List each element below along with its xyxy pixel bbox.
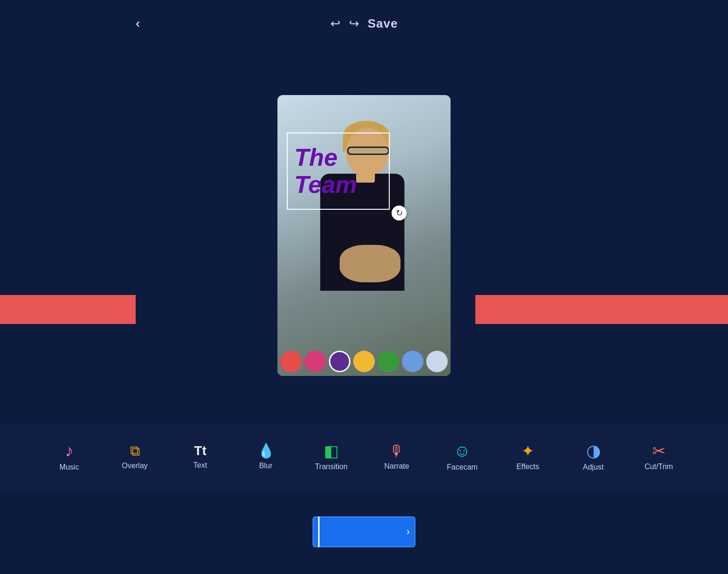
color-swatch-red[interactable] xyxy=(280,351,302,372)
tool-text[interactable]: Tt Text xyxy=(167,440,233,474)
tool-adjust[interactable]: ◑ Adjust xyxy=(561,438,626,476)
timeline-clip[interactable]: › xyxy=(313,516,415,547)
preview-card: The Team ↻ xyxy=(277,95,451,376)
color-swatch-pink[interactable] xyxy=(305,351,326,372)
red-bar-left xyxy=(0,295,136,324)
color-swatch-yellow[interactable] xyxy=(353,351,375,372)
text-overlay-box[interactable]: The Team xyxy=(287,132,390,210)
tool-music-label: Music xyxy=(59,463,79,471)
text-icon: Tt xyxy=(194,444,206,457)
tool-music[interactable]: ♪ Music xyxy=(36,438,102,476)
tool-facecam-label: Facecam xyxy=(447,463,478,471)
tool-blur[interactable]: 💧 Blur xyxy=(233,439,298,475)
tool-narrate-label: Narrate xyxy=(384,462,409,471)
canvas-area: The Team ↻ xyxy=(0,47,728,424)
tool-cuttrim-label: Cut/Trim xyxy=(645,463,673,471)
overlay-icon: ⧉ xyxy=(130,444,140,458)
tool-blur-label: Blur xyxy=(259,462,272,470)
rotate-handle[interactable]: ↻ xyxy=(392,206,407,221)
tool-adjust-label: Adjust xyxy=(583,463,604,471)
timeline-area: › xyxy=(0,490,728,574)
narrate-icon: 🎙 xyxy=(389,443,404,458)
back-button[interactable]: ‹ xyxy=(136,16,140,31)
color-swatch-purple[interactable] xyxy=(329,351,350,372)
timeline-playhead xyxy=(318,516,320,547)
redo-button[interactable]: ↪ xyxy=(349,16,359,31)
scissors-icon: ✂ xyxy=(652,443,665,459)
adjust-icon: ◑ xyxy=(586,442,601,459)
top-bar: ‹ ↩ ↪ Save xyxy=(0,0,728,47)
text-overlay-content: The Team xyxy=(294,144,357,198)
top-actions: ↩ ↪ Save xyxy=(330,16,398,31)
tool-narrate[interactable]: 🎙 Narrate xyxy=(364,439,430,475)
tool-effects[interactable]: ✦ Effects xyxy=(495,438,561,476)
tool-text-label: Text xyxy=(193,461,207,470)
undo-button[interactable]: ↩ xyxy=(330,16,341,31)
tool-overlay-label: Overlay xyxy=(122,462,147,470)
person-hands xyxy=(340,245,400,282)
save-button[interactable]: Save xyxy=(368,16,398,31)
tool-effects-label: Effects xyxy=(517,463,539,471)
music-icon: ♪ xyxy=(65,442,73,459)
tool-transition-label: Transition xyxy=(315,463,348,471)
transition-icon: ◧ xyxy=(324,443,339,459)
tool-transition[interactable]: ◧ Transition xyxy=(298,438,364,476)
tool-overlay[interactable]: ⧉ Overlay xyxy=(102,439,167,475)
color-swatch-blue[interactable] xyxy=(402,351,423,372)
blur-icon: 💧 xyxy=(257,444,275,458)
tool-facecam[interactable]: ☺ Facecam xyxy=(430,438,495,476)
facecam-icon: ☺ xyxy=(454,442,471,459)
color-swatch-green[interactable] xyxy=(378,351,399,372)
color-swatch-light[interactable] xyxy=(426,351,448,372)
tool-cuttrim[interactable]: ✂ Cut/Trim xyxy=(626,438,692,476)
color-swatches xyxy=(277,351,451,372)
bottom-toolbar: ♪ Music ⧉ Overlay Tt Text 💧 Blur ◧ Trans… xyxy=(0,424,728,490)
timeline-arrow-icon: › xyxy=(407,526,410,538)
preview-photo: The Team ↻ xyxy=(277,95,451,376)
effects-icon: ✦ xyxy=(521,443,534,459)
red-bar-right xyxy=(475,295,728,324)
